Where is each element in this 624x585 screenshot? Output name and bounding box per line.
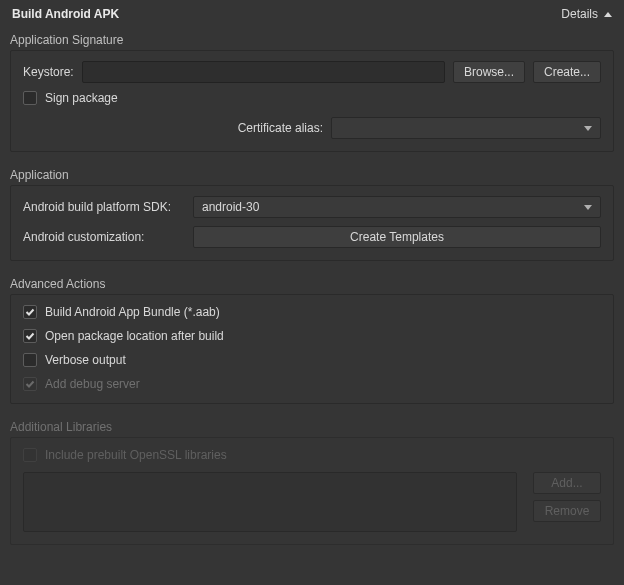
cert-alias-label: Certificate alias: xyxy=(238,121,323,135)
chevron-up-icon xyxy=(604,12,612,17)
remove-library-button: Remove xyxy=(533,500,601,522)
details-label: Details xyxy=(561,7,598,21)
advanced-option-checkbox xyxy=(23,377,37,391)
sdk-label: Android build platform SDK: xyxy=(23,200,185,214)
advanced-option-checkbox[interactable] xyxy=(23,353,37,367)
section-label-signature: Application Signature xyxy=(0,31,624,50)
keystore-input[interactable] xyxy=(82,61,445,83)
advanced-option-label: Open package location after build xyxy=(45,329,224,343)
advanced-option-checkbox[interactable] xyxy=(23,305,37,319)
advanced-option-checkbox[interactable] xyxy=(23,329,37,343)
include-openssl-label: Include prebuilt OpenSSL libraries xyxy=(45,448,227,462)
keystore-label: Keystore: xyxy=(23,65,74,79)
libraries-list xyxy=(23,472,517,532)
sdk-select[interactable]: android-30 xyxy=(193,196,601,218)
include-openssl-checkbox xyxy=(23,448,37,462)
sign-package-label: Sign package xyxy=(45,91,118,105)
chevron-down-icon xyxy=(584,126,592,131)
advanced-option-label: Add debug server xyxy=(45,377,140,391)
section-advanced: Build Android App Bundle (*.aab)Open pac… xyxy=(10,294,614,404)
advanced-option-label: Build Android App Bundle (*.aab) xyxy=(45,305,220,319)
details-toggle[interactable]: Details xyxy=(561,7,612,21)
section-label-application: Application xyxy=(0,166,624,185)
section-signature: Keystore: Browse... Create... Sign packa… xyxy=(10,50,614,152)
panel-title: Build Android APK xyxy=(12,7,119,21)
add-library-button: Add... xyxy=(533,472,601,494)
advanced-option-row: Build Android App Bundle (*.aab) xyxy=(23,305,601,319)
create-templates-button[interactable]: Create Templates xyxy=(193,226,601,248)
advanced-option-row: Open package location after build xyxy=(23,329,601,343)
section-libraries: Include prebuilt OpenSSL libraries Add..… xyxy=(10,437,614,545)
advanced-option-row: Verbose output xyxy=(23,353,601,367)
panel-header: Build Android APK Details xyxy=(0,0,624,31)
chevron-down-icon xyxy=(584,205,592,210)
section-label-libraries: Additional Libraries xyxy=(0,418,624,437)
advanced-option-label: Verbose output xyxy=(45,353,126,367)
section-label-advanced: Advanced Actions xyxy=(0,275,624,294)
browse-button[interactable]: Browse... xyxy=(453,61,525,83)
sdk-value: android-30 xyxy=(202,200,259,214)
cert-alias-select[interactable] xyxy=(331,117,601,139)
sign-package-checkbox[interactable] xyxy=(23,91,37,105)
customization-label: Android customization: xyxy=(23,230,185,244)
section-application: Android build platform SDK: android-30 A… xyxy=(10,185,614,261)
create-button[interactable]: Create... xyxy=(533,61,601,83)
advanced-option-row: Add debug server xyxy=(23,377,601,391)
